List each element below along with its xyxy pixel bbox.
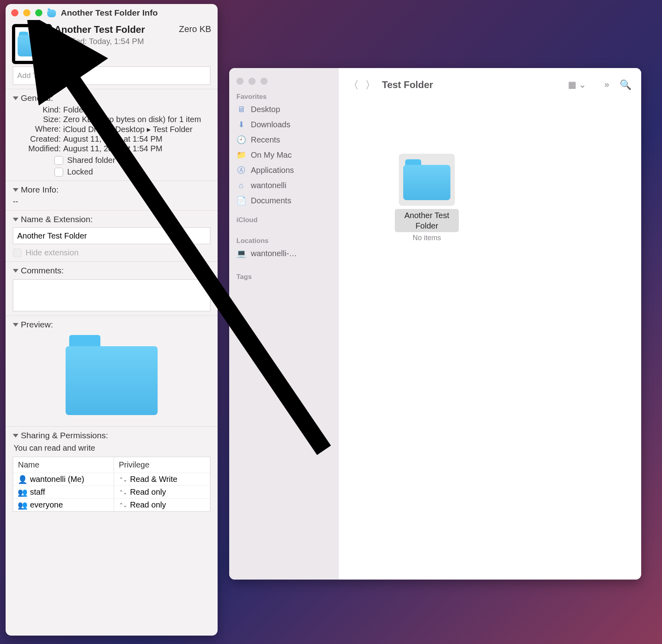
sidebar-section-tags: Tags	[229, 271, 339, 282]
perm-name: everyone	[30, 500, 63, 510]
minimize-window-button-inactive[interactable]	[248, 78, 256, 85]
section-comments-toggle[interactable]: Comments:	[13, 266, 210, 275]
where-value: iCloud Drive ▸ Desktop ▸ Test Folder	[63, 124, 210, 134]
sidebar-section-locations: Locations	[229, 235, 339, 246]
section-more-info-toggle[interactable]: More Info:	[13, 185, 210, 195]
finder-toolbar: 〈 〉 Test Folder ▦ ⌄ » 🔍	[339, 68, 641, 102]
perm-row[interactable]: 👥everyone ⌃⌄Read only	[13, 498, 210, 511]
disclosure-triangle-icon	[13, 188, 18, 192]
titlebar-folder-icon	[47, 8, 56, 17]
maximize-window-button-inactive[interactable]	[260, 78, 268, 85]
section-comments: Comments:	[6, 261, 218, 315]
size-key: Size:	[13, 115, 63, 124]
folder-item-subtitle: No items	[395, 234, 459, 242]
modified-value: August 11, 2021 at 1:54 PM	[63, 144, 210, 153]
perm-priv: Read only	[130, 500, 166, 510]
perm-row[interactable]: 👥staff ⌃⌄Read only	[13, 486, 210, 498]
perm-header-privilege[interactable]: Privilege	[114, 457, 210, 473]
finder-traffic-lights	[229, 71, 339, 90]
folder-item-label: Another Test Folder	[395, 209, 459, 232]
info-header: Another Test Folder Modified: Today, 1:5…	[6, 22, 218, 66]
disclosure-triangle-icon	[13, 269, 18, 273]
section-comments-label: Comments:	[21, 266, 64, 275]
group-icon: 👥	[18, 501, 27, 510]
search-button[interactable]: 🔍	[620, 79, 632, 90]
permissions-table: Name Privilege 👤wantonelli (Me) ⌃⌄Read &…	[13, 457, 210, 512]
perm-header-name[interactable]: Name	[13, 457, 114, 473]
section-general-toggle[interactable]: General:	[13, 93, 210, 103]
info-size: Zero KB	[179, 24, 211, 34]
window-title: Another Test Folder Info	[61, 8, 158, 18]
checkbox-disabled-icon	[13, 249, 22, 257]
sidebar-item-documents[interactable]: 📄Documents	[229, 193, 339, 208]
where-key: Where:	[13, 124, 63, 134]
size-value: Zero KB (Zero bytes on disk) for 1 item	[63, 115, 210, 124]
created-key: Created:	[13, 134, 63, 144]
section-sharing-label: Sharing & Permissions:	[21, 431, 108, 440]
section-more-info-label: More Info:	[21, 185, 59, 195]
section-general: General: Kind:Folder Size:Zero KB (Zero …	[6, 89, 218, 181]
section-sharing-toggle[interactable]: Sharing & Permissions:	[13, 431, 210, 440]
close-window-button-inactive[interactable]	[236, 78, 244, 85]
view-options-button[interactable]: ▦ ⌄	[568, 80, 586, 90]
forward-button[interactable]: 〉	[365, 78, 376, 92]
back-button[interactable]: 〈	[348, 78, 359, 92]
more-info-content: --	[13, 197, 210, 206]
info-modified-line: Modified: Today, 1:54 PM	[54, 37, 179, 46]
perm-priv: Read only	[130, 488, 166, 497]
minimize-window-button[interactable]	[23, 9, 30, 16]
disclosure-triangle-icon	[13, 96, 18, 100]
hide-extension-row: Hide extension	[13, 248, 210, 257]
disclosure-triangle-icon	[13, 323, 18, 327]
shared-folder-label: Shared folder	[67, 156, 115, 165]
sidebar-item-desktop[interactable]: 🖥Desktop	[229, 102, 339, 117]
applications-icon: Ⓐ	[236, 165, 246, 175]
perm-priv: Read & Write	[130, 475, 178, 484]
locked-checkbox-row[interactable]: Locked	[54, 167, 210, 177]
folder-icon-well[interactable]	[12, 24, 52, 64]
sidebar-item-recents[interactable]: 🕘Recents	[229, 132, 339, 147]
finder-main: 〈 〉 Test Folder ▦ ⌄ » 🔍 Another Test Fol…	[339, 68, 641, 580]
section-general-label: General:	[21, 93, 53, 103]
name-extension-input[interactable]	[13, 227, 210, 244]
section-more-info: More Info: --	[6, 181, 218, 210]
section-sharing: Sharing & Permissions: You can read and …	[6, 426, 218, 516]
maximize-window-button[interactable]	[35, 9, 42, 16]
tags-input[interactable]	[13, 66, 210, 85]
info-titlebar[interactable]: Another Test Folder Info	[6, 4, 218, 22]
folder-icon	[403, 159, 450, 200]
folder-item[interactable]: Another Test Folder No items	[395, 154, 459, 242]
shared-folder-checkbox-row[interactable]: Shared folder	[54, 156, 210, 165]
user-icon: 👤	[18, 475, 27, 484]
folder-icon: 📁	[236, 150, 246, 160]
traffic-lights	[11, 9, 42, 16]
comments-textarea[interactable]	[13, 279, 210, 311]
sidebar-item-on-my-mac[interactable]: 📁On My Mac	[229, 147, 339, 163]
computer-icon: 💻	[236, 249, 246, 258]
modified-key: Modified:	[13, 144, 63, 153]
sidebar-item-applications[interactable]: ⒶApplications	[229, 163, 339, 178]
checkbox-icon	[54, 156, 63, 165]
folder-icon	[18, 32, 46, 56]
home-icon: ⌂	[236, 181, 246, 190]
created-value: August 11, 2021 at 1:54 PM	[63, 134, 210, 144]
section-name-ext-toggle[interactable]: Name & Extension:	[13, 215, 210, 224]
kind-key: Kind:	[13, 105, 63, 114]
sidebar-item-downloads[interactable]: ⬇Downloads	[229, 117, 339, 132]
section-preview: Preview:	[6, 315, 218, 426]
kind-value: Folder	[63, 105, 210, 114]
section-name-ext: Name & Extension: Hide extension	[6, 210, 218, 261]
finder-window-title: Test Folder	[382, 79, 433, 90]
section-preview-toggle[interactable]: Preview:	[13, 320, 210, 329]
perm-row[interactable]: 👤wantonelli (Me) ⌃⌄Read & Write	[13, 473, 210, 486]
finder-content[interactable]: Another Test Folder No items	[339, 102, 641, 580]
toolbar-overflow-button[interactable]: »	[604, 80, 609, 90]
disclosure-triangle-icon	[13, 218, 18, 221]
perm-name: staff	[30, 488, 45, 497]
sidebar-item-location[interactable]: 💻wantonelli-…	[229, 246, 339, 261]
close-window-button[interactable]	[11, 9, 18, 16]
finder-window: Favorites 🖥Desktop ⬇Downloads 🕘Recents 📁…	[229, 68, 641, 580]
checkbox-icon	[54, 168, 63, 177]
finder-sidebar: Favorites 🖥Desktop ⬇Downloads 🕘Recents 📁…	[229, 68, 339, 580]
sidebar-item-home[interactable]: ⌂wantonelli	[229, 178, 339, 193]
